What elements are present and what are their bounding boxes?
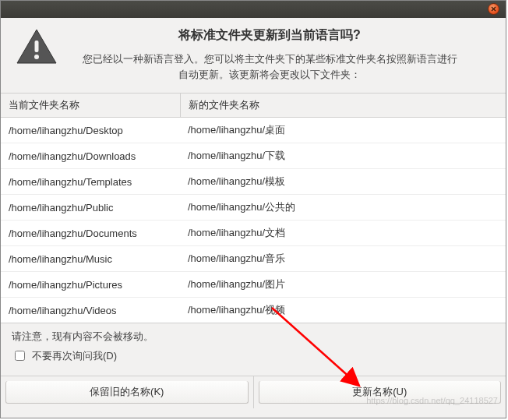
cell-old-path: /home/lihangzhu/Desktop [1,118,180,143]
dont-ask-row[interactable]: 不要再次询问我(D) [12,348,495,363]
button-separator [253,376,254,408]
column-header-old[interactable]: 当前文件夹名称 [1,94,180,118]
cell-new-path: /home/lihangzhu/下载 [180,143,506,169]
warning-icon [15,27,58,82]
dialog-header: 将标准文件夹更新到当前语言吗? 您已经以一种新语言登入。您可以将主文件夹下的某些… [1,18,506,86]
cell-new-path: /home/lihangzhu/图片 [180,272,506,298]
table-row[interactable]: /home/lihangzhu/Desktop/home/lihangzhu/桌… [1,118,506,143]
keep-button-label: 保留旧的名称(K) [90,385,164,399]
cell-old-path: /home/lihangzhu/Downloads [1,143,180,169]
cell-old-path: /home/lihangzhu/Documents [1,221,180,246]
titlebar [1,1,506,18]
table-row[interactable]: /home/lihangzhu/Templates/home/lihangzhu… [1,169,506,195]
table-row[interactable]: /home/lihangzhu/Downloads/home/lihangzhu… [1,143,506,169]
cell-new-path: /home/lihangzhu/桌面 [180,118,506,143]
button-row: 保留旧的名称(K) 更新名称(U) [1,376,506,408]
table-row[interactable]: /home/lihangzhu/Documents/home/lihangzhu… [1,221,506,246]
folder-table: 当前文件夹名称 新的文件夹名称 /home/lihangzhu/Desktop/… [1,93,506,323]
cell-old-path: /home/lihangzhu/Pictures [1,272,180,298]
dont-ask-label: 不要再次询问我(D) [32,349,117,363]
close-button[interactable] [488,3,499,15]
cell-old-path: /home/lihangzhu/Templates [1,169,180,195]
svg-rect-2 [35,41,39,52]
table-row[interactable]: /home/lihangzhu/Public/home/lihangzhu/公共… [1,195,506,221]
cell-old-path: /home/lihangzhu/Public [1,195,180,221]
cell-old-path: /home/lihangzhu/Videos [1,298,180,323]
cell-old-path: /home/lihangzhu/Music [1,246,180,272]
update-names-button[interactable]: 更新名称(U) [259,381,502,404]
dialog-description: 您已经以一种新语言登入。您可以将主文件夹下的某些标准文件夹名按照新语言进行自动更… [71,51,468,82]
dont-ask-checkbox[interactable] [15,351,25,361]
dialog-window: 将标准文件夹更新到当前语言吗? 您已经以一种新语言登入。您可以将主文件夹下的某些… [0,0,506,418]
table-row[interactable]: /home/lihangzhu/Videos/home/lihangzhu/视频 [1,298,506,323]
dialog-title: 将标准文件夹更新到当前语言吗? [71,27,468,44]
table-row[interactable]: /home/lihangzhu/Music/home/lihangzhu/音乐 [1,246,506,272]
note-text: 请注意，现有内容不会被移动。 [12,330,495,344]
cell-new-path: /home/lihangzhu/公共的 [180,195,506,221]
cell-new-path: /home/lihangzhu/文档 [180,221,506,246]
cell-new-path: /home/lihangzhu/模板 [180,169,506,195]
svg-point-3 [34,55,39,59]
cell-new-path: /home/lihangzhu/视频 [180,298,506,323]
keep-old-names-button[interactable]: 保留旧的名称(K) [5,381,249,404]
update-button-label: 更新名称(U) [352,385,407,399]
table-row[interactable]: /home/lihangzhu/Pictures/home/lihangzhu/… [1,272,506,298]
close-icon [491,6,496,12]
cell-new-path: /home/lihangzhu/音乐 [180,246,506,272]
column-header-new[interactable]: 新的文件夹名称 [180,94,506,118]
